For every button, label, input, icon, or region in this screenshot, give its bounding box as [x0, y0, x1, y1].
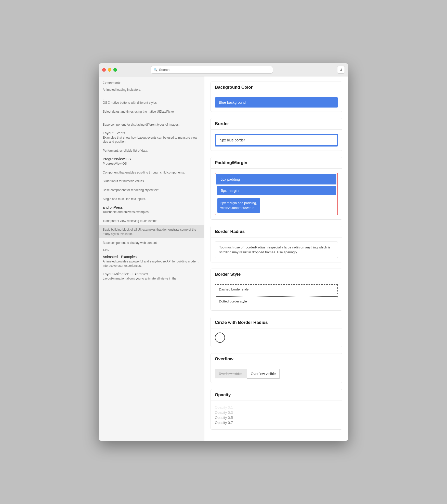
section-padding-margin: Padding/Margin 5px padding 5px margin 5p… [211, 157, 342, 219]
titlebar: 🔍 ↺ [99, 63, 348, 76]
padding-box: 5px padding [216, 174, 336, 184]
sidebar-item-subtitle: Animated loading indicators. [103, 88, 200, 92]
section-border-style-body: Dashed border style Dotted border style [211, 280, 342, 310]
section-padding-margin-body: 5px padding 5px margin 5px margin and pa… [211, 169, 342, 219]
section-padding-margin-header: Padding/Margin [211, 157, 342, 169]
sidebar-item-title: ProgressViewIOS [103, 157, 200, 161]
section-circle-title: Circle with Border Radius [215, 320, 268, 325]
section-overflow-title: Overflow [215, 356, 233, 361]
sidebar-item-subtitle: Touchable and onPress examples. [103, 210, 200, 214]
opacity-03-text: Opacity 0.3 [215, 410, 338, 415]
section-circle-border-radius: Circle with Border Radius [211, 317, 342, 347]
section-border-style: Border Style Dashed border style Dotted … [211, 269, 342, 311]
section-opacity-body: Opacity 0.1 Opacity 0.3 Opacity 0.5 Opac… [211, 401, 342, 429]
sidebar-item-button[interactable]: OS X native buttons with different style… [99, 94, 204, 107]
sidebar-item-title: Layout Events [103, 131, 200, 135]
sidebar-item-subtitle: Performant, scrollable list of data. [103, 149, 200, 153]
section-border-radius: Border Radius Too much use of `borderRad… [211, 226, 342, 262]
opacity-01-text: Opacity 0.1 [215, 405, 338, 410]
section-border-body: 5px blue border [211, 130, 342, 151]
sidebar-item-touchable[interactable]: and onPress Touchable and onPress exampl… [99, 203, 204, 216]
border-radius-text-box: Too much use of `borderRadius` (especial… [215, 242, 338, 258]
section-border-style-header: Border Style [211, 269, 342, 280]
sidebar-item-subtitle: Transparent view receiving touch events [103, 219, 200, 223]
sidebar-item-text[interactable]: Base component for rendering styled text… [99, 185, 204, 194]
section-background-color-title: Background Color [215, 85, 253, 90]
minimize-button[interactable] [108, 68, 111, 72]
sidebar-item-view[interactable]: Basic building block of all UI, examples… [99, 225, 204, 238]
sidebar-item-title: and onPress [103, 205, 200, 209]
sidebar-item-subtitle: LayoutAnimation allows you to animate al… [103, 276, 200, 281]
sidebar-section-components: Components [99, 79, 204, 85]
search-input[interactable] [159, 68, 270, 72]
overflow-visible-box: Overflow visible [247, 369, 280, 379]
section-padding-margin-title: Padding/Margin [215, 160, 247, 165]
sidebar-item-progress-view[interactable]: ProgressViewIOS ProgressViewIOS [99, 155, 204, 168]
blue-background-box: Blue background [215, 97, 338, 108]
section-circle-header: Circle with Border Radius [211, 317, 342, 328]
sidebar-item-image[interactable]: Base component for displaying different … [99, 116, 204, 129]
section-border-title: Border [215, 121, 229, 126]
sidebar-item-subtitle: Base component for rendering styled text… [103, 188, 200, 192]
app-window: 🔍 ↺ Components Animated loading indicato… [99, 63, 348, 441]
sidebar-item-subtitle: Examples that show how Layout events can… [103, 136, 200, 144]
section-opacity-title: Opacity [215, 392, 231, 397]
sidebar-item-scroll-view[interactable]: Component that enables scrolling through… [99, 168, 204, 177]
blue-border-box: 5px blue border [215, 134, 338, 147]
section-circle-body [211, 328, 342, 347]
margin-padding-box: 5px margin and padding,widthAutonomous=t… [217, 198, 260, 213]
section-border-style-title: Border Style [215, 272, 241, 277]
sidebar-item-webview[interactable]: Base component to display web content [99, 238, 204, 247]
sidebar-item-layout-animation[interactable]: LayoutAnimation - Examples LayoutAnimati… [99, 270, 204, 283]
sidebar-item-animated[interactable]: Animated - Examples Animated provides a … [99, 253, 204, 270]
section-border-radius-title: Border Radius [215, 229, 245, 234]
sidebar-item-layout-events[interactable]: Layout Events Examples that show how Lay… [99, 129, 204, 146]
content-area: Background Color Blue background Border … [204, 76, 348, 441]
circle-shape [215, 333, 225, 343]
search-bar[interactable]: 🔍 [151, 66, 273, 74]
sidebar-item-subtitle: Single and multi-line text inputs. [103, 197, 200, 201]
section-overflow: Overflow Overflow hidd... Overflow visib… [211, 353, 342, 383]
section-border-header: Border [211, 118, 342, 130]
sidebar-item-subtitle: OS X native buttons with different style… [103, 101, 200, 105]
sidebar-item-listview[interactable]: Performant, scrollable list of data. [99, 146, 204, 155]
sidebar-item-text-input[interactable]: Single and multi-line text inputs. [99, 194, 204, 203]
margin-box-wrap: 5px margin [216, 185, 336, 196]
padding-margin-container: 5px padding 5px margin 5px margin and pa… [215, 173, 338, 215]
traffic-lights [102, 68, 117, 72]
sidebar: Components Animated loading indicators. … [99, 76, 204, 441]
refresh-button[interactable]: ↺ [337, 66, 345, 74]
sidebar-api-items: Animated - Examples Animated provides a … [99, 253, 204, 283]
sidebar-items: Animated loading indicators. OS X native… [99, 85, 204, 247]
sidebar-item-subtitle: Base component for displaying different … [103, 123, 200, 127]
opacity-07-text: Opacity 0.7 [215, 420, 338, 425]
main-content: Components Animated loading indicators. … [99, 76, 348, 441]
margin-box: 5px margin [217, 186, 336, 195]
sidebar-item-subtitle: Slider input for numeric values [103, 179, 200, 183]
sidebar-item-date-picker[interactable]: Select dates and times using the native … [99, 107, 204, 116]
close-button[interactable] [102, 68, 106, 72]
section-opacity-header: Opacity [211, 389, 342, 401]
overflow-hidden-box: Overflow hidd... [215, 369, 248, 378]
sidebar-item-transparent-hit-test[interactable]: Transparent view receiving touch events [99, 216, 204, 225]
section-border-radius-header: Border Radius [211, 226, 342, 237]
maximize-button[interactable] [113, 68, 117, 72]
sidebar-item-slider-ios[interactable]: Slider input for numeric values [99, 177, 204, 185]
section-background-color: Background Color Blue background [211, 82, 342, 112]
overflow-container: Overflow hidd... Overflow visible [215, 369, 338, 379]
sidebar-item-subtitle: ProgressViewIOS [103, 162, 200, 166]
section-background-color-header: Background Color [211, 82, 342, 93]
sidebar-item-title: Animated - Examples [103, 255, 200, 259]
search-icon: 🔍 [153, 68, 157, 72]
sidebar-item-activity-indicator[interactable]: Animated loading indicators. [99, 85, 204, 94]
sidebar-item-title: LayoutAnimation - Examples [103, 272, 200, 276]
section-border-radius-body: Too much use of `borderRadius` (especial… [211, 237, 342, 262]
section-overflow-body: Overflow hidd... Overflow visible [211, 365, 342, 383]
sidebar-item-title [103, 118, 200, 122]
section-opacity: Opacity Opacity 0.1 Opacity 0.3 Opacity … [211, 389, 342, 430]
sidebar-item-subtitle: Basic building block of all UI, examples… [103, 228, 200, 236]
opacity-05-text: Opacity 0.5 [215, 415, 338, 420]
sidebar-item-subtitle: Base component to display web content [103, 241, 200, 245]
section-background-color-body: Blue background [211, 93, 342, 112]
refresh-icon: ↺ [339, 68, 343, 72]
